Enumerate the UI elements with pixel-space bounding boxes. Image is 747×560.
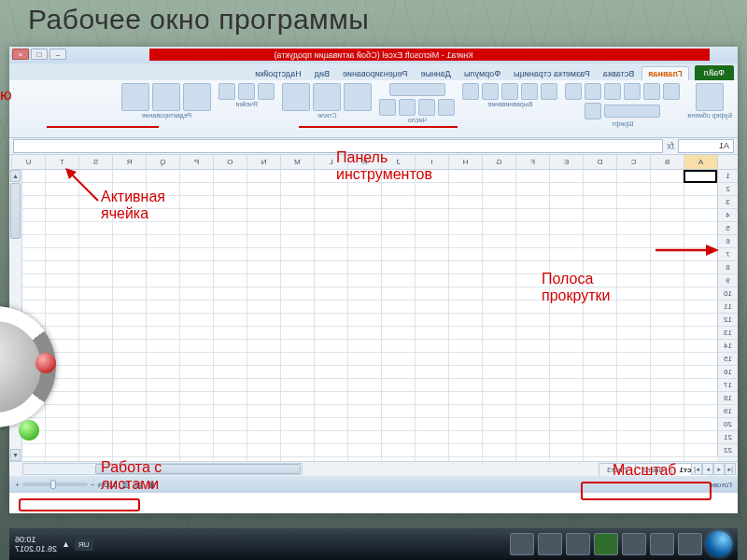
sheet-nav-next[interactable]: ▸ (702, 463, 713, 475)
column-header[interactable]: A (684, 155, 717, 170)
sheet-nav-prev[interactable]: ◂ (713, 463, 725, 475)
ribbon-tab[interactable]: Рецензирование (337, 67, 414, 80)
column-header[interactable]: O (213, 155, 247, 170)
ribbon-tab[interactable]: Разметка страницы (508, 67, 596, 80)
column-header[interactable]: C (616, 155, 650, 170)
taskbar-app-icon[interactable] (622, 533, 646, 555)
scroll-down-arrow[interactable]: ▼ (10, 449, 21, 461)
ribbon-tab[interactable]: Вставка (598, 67, 640, 80)
row-header[interactable]: 10 (717, 287, 738, 301)
row-header[interactable]: 22 (717, 444, 738, 457)
sort-filter-icon[interactable] (152, 83, 180, 111)
column-header[interactable]: M (280, 155, 314, 170)
column-header[interactable]: F (515, 155, 549, 170)
font-size-box[interactable] (585, 103, 601, 119)
percent-icon[interactable] (418, 99, 435, 116)
scroll-up-arrow[interactable]: ▲ (10, 170, 21, 182)
merge-icon[interactable] (462, 83, 479, 100)
sheet-nav-first[interactable]: |◂ (725, 463, 736, 475)
font-box[interactable] (604, 105, 660, 118)
row-header[interactable]: 14 (717, 340, 738, 353)
column-header[interactable]: B (650, 155, 684, 170)
underline-icon[interactable] (624, 83, 641, 100)
taskbar-app-icon[interactable] (650, 533, 674, 555)
table-style-icon[interactable] (313, 83, 341, 111)
taskbar-app-icon[interactable] (510, 533, 534, 555)
cond-format-icon[interactable] (344, 83, 372, 111)
maximize-button[interactable]: □ (31, 49, 48, 60)
sheet-nav-last[interactable]: ▸| (691, 463, 702, 475)
comma-icon[interactable] (399, 99, 416, 116)
row-header[interactable]: 13 (717, 327, 738, 340)
row-header[interactable]: 18 (717, 392, 738, 405)
row-header[interactable]: 5 (717, 222, 738, 235)
column-header[interactable]: G (482, 155, 515, 170)
delete-cells-icon[interactable] (238, 83, 255, 100)
taskbar-app-icon[interactable] (566, 533, 590, 555)
insert-cells-icon[interactable] (258, 83, 275, 100)
row-header[interactable]: 1 (717, 170, 738, 183)
inc-dec-icon[interactable] (379, 99, 396, 116)
taskbar-app-icon[interactable] (594, 533, 618, 555)
font-color-icon[interactable] (565, 83, 582, 100)
autosum-icon[interactable] (183, 83, 211, 111)
column-header[interactable]: D (583, 155, 616, 170)
column-header[interactable]: Q (146, 155, 179, 170)
row-header[interactable]: 20 (717, 418, 738, 431)
ribbon-tab[interactable]: Главная (641, 66, 689, 80)
align-right-icon[interactable] (501, 83, 518, 100)
taskbar-clock[interactable]: 10:06 26.10.2017 (15, 535, 57, 553)
row-header[interactable]: 6 (717, 235, 738, 248)
active-cell[interactable] (684, 170, 717, 183)
column-header[interactable]: U (11, 155, 45, 170)
column-header[interactable]: E (549, 155, 583, 170)
start-button[interactable] (706, 531, 732, 557)
taskbar-app-icon[interactable] (678, 533, 702, 555)
fill-color-icon[interactable] (585, 83, 601, 100)
paste-icon[interactable] (696, 83, 724, 111)
column-header[interactable]: N (247, 155, 280, 170)
ribbon-tab[interactable]: Вид (309, 67, 335, 80)
fx-icon[interactable]: fx (667, 141, 674, 151)
zoom-out-button[interactable]: − (91, 481, 95, 489)
row-header[interactable]: 17 (717, 379, 738, 392)
file-tab[interactable]: Файл (695, 65, 734, 80)
row-header[interactable]: 7 (717, 248, 738, 261)
vscroll-thumb[interactable] (10, 183, 21, 239)
row-header[interactable]: 2 (717, 183, 738, 196)
row-header[interactable]: 19 (717, 405, 738, 418)
row-header[interactable]: 21 (717, 431, 738, 444)
currency-icon[interactable] (438, 99, 455, 116)
row-header[interactable]: 9 (717, 274, 738, 287)
align-center-icon[interactable] (521, 83, 538, 100)
format-cells-icon[interactable] (218, 83, 235, 100)
ribbon-tab[interactable]: Данные (415, 67, 457, 80)
name-box[interactable]: A1 (678, 139, 734, 153)
row-header[interactable]: 4 (717, 209, 738, 222)
align-left-icon[interactable] (541, 83, 557, 100)
row-header[interactable]: 8 (717, 261, 738, 274)
tray-icon[interactable]: ▲ (62, 539, 70, 549)
horizontal-scrollbar[interactable] (22, 463, 303, 475)
wrap-text-icon[interactable] (482, 83, 499, 100)
number-format-box[interactable] (389, 83, 445, 96)
row-header[interactable]: 11 (717, 301, 738, 314)
italic-icon[interactable] (643, 83, 660, 100)
column-header[interactable]: H (448, 155, 482, 170)
column-header[interactable]: P (179, 155, 213, 170)
minimize-button[interactable]: – (49, 49, 66, 60)
bold-icon[interactable] (663, 83, 680, 100)
find-select-icon[interactable] (121, 83, 149, 111)
row-header[interactable]: 16 (717, 366, 738, 379)
ribbon-tab[interactable]: Формулы (458, 67, 506, 80)
row-header[interactable]: 15 (717, 353, 738, 366)
row-header[interactable]: 12 (717, 314, 738, 327)
language-indicator[interactable]: UR (75, 539, 93, 551)
close-button[interactable]: × (12, 49, 29, 60)
ribbon-tab[interactable]: Надстройки (249, 67, 306, 80)
cell-style-icon[interactable] (282, 83, 310, 111)
column-header[interactable]: R (112, 155, 146, 170)
taskbar-app-icon[interactable] (538, 533, 562, 555)
zoom-slider[interactable] (22, 483, 88, 486)
row-header[interactable]: 3 (717, 196, 738, 209)
